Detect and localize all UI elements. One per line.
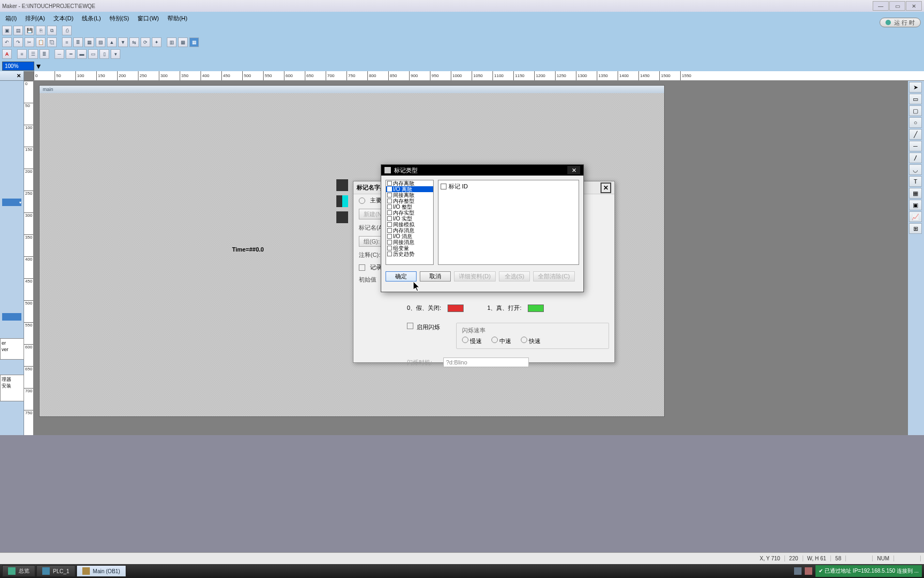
menu-window[interactable]: 窗口(W) bbox=[134, 13, 162, 24]
properties-main-radio[interactable] bbox=[359, 197, 365, 204]
tag-type-item[interactable]: ✓I/O 离散 bbox=[386, 186, 433, 192]
tool-ellipse-icon[interactable]: ○ bbox=[909, 117, 922, 128]
tag-type-checkbox[interactable] bbox=[387, 246, 392, 250]
tag-type-checkbox[interactable] bbox=[387, 228, 392, 233]
toolbar-print-icon[interactable]: ⎙ bbox=[62, 26, 72, 35]
toolbar-extra1-icon[interactable]: ▥ bbox=[167, 37, 176, 47]
tray-icon-2[interactable] bbox=[805, 567, 812, 575]
tool-polyline-icon[interactable]: 〳 bbox=[909, 153, 922, 163]
tag-type-item[interactable]: I/O 消息 bbox=[386, 233, 433, 239]
menu-special[interactable]: 特别(S) bbox=[106, 13, 133, 24]
window-maximize-button[interactable]: ▭ bbox=[889, 1, 905, 11]
window-close-button[interactable]: ✕ bbox=[906, 1, 922, 11]
toolbar-front-icon[interactable]: ▲ bbox=[107, 37, 117, 47]
tag-type-dialog-close-button[interactable]: ✕ bbox=[567, 166, 580, 174]
tag-type-checkbox[interactable] bbox=[387, 252, 392, 256]
blink-fast-radio[interactable] bbox=[521, 337, 527, 343]
tag-type-item[interactable]: 内存整型 bbox=[386, 198, 433, 204]
toolbar-undo-icon[interactable]: ↶ bbox=[2, 37, 12, 47]
tool-line-icon[interactable]: ╱ bbox=[909, 129, 922, 140]
tag-type-list[interactable]: 内存离散✓I/O 离散间接离散内存整型I/O 整型内存实型I/O 实型间接模拟内… bbox=[386, 180, 434, 265]
tool-arc-icon[interactable]: ◡ bbox=[909, 164, 922, 175]
runtime-button[interactable]: 运 行 时 bbox=[880, 18, 921, 27]
toolbar-rotate-icon[interactable]: ⟳ bbox=[141, 37, 150, 47]
ok-button[interactable]: 确定 bbox=[386, 271, 417, 282]
toolbar-flip-icon[interactable]: ⇋ bbox=[129, 37, 139, 47]
tag-type-checkbox[interactable] bbox=[387, 193, 392, 197]
tool-rect-icon[interactable]: ▭ bbox=[909, 94, 922, 104]
taskbar-item-plc1[interactable]: PLC_1 bbox=[36, 565, 75, 577]
tag-type-checkbox[interactable] bbox=[387, 240, 392, 245]
tag-type-checkbox[interactable] bbox=[387, 222, 392, 227]
toolbar-cut-icon[interactable]: ✂ bbox=[25, 37, 34, 47]
toolbar-align-right-icon[interactable]: ≣ bbox=[40, 49, 49, 59]
window-minimize-button[interactable]: — bbox=[873, 1, 889, 11]
tag-type-item[interactable]: 历史趋势 bbox=[386, 251, 433, 257]
properties-blink-checkbox[interactable] bbox=[407, 323, 413, 329]
menu-help[interactable]: 帮助(H) bbox=[164, 13, 190, 24]
tray-icon-1[interactable] bbox=[794, 567, 802, 575]
tag-type-item[interactable]: 内存实型 bbox=[386, 210, 433, 216]
left-dock-dropdown[interactable]: ▾ bbox=[2, 199, 21, 206]
tag-type-item[interactable]: 间接模拟 bbox=[386, 222, 433, 227]
tool-text-icon[interactable]: T bbox=[909, 176, 922, 187]
left-dock-dropdown-2[interactable] bbox=[2, 313, 21, 321]
tag-type-checkbox[interactable] bbox=[387, 216, 392, 221]
toolbar-align2-icon[interactable]: ≣ bbox=[73, 37, 83, 47]
menu-text[interactable]: 文本(D) bbox=[50, 13, 76, 24]
taskbar-item-main[interactable]: Main (OB1) bbox=[76, 565, 126, 577]
toolbar-redo-icon[interactable]: ↷ bbox=[13, 37, 23, 47]
menu-box[interactable]: 箱(I) bbox=[2, 13, 20, 24]
tag-type-checkbox[interactable] bbox=[387, 204, 392, 209]
tag-type-checkbox[interactable]: ✓ bbox=[387, 187, 392, 192]
cancel-button[interactable]: 取消 bbox=[420, 271, 451, 282]
tag-type-item[interactable]: 间接消息 bbox=[386, 239, 433, 245]
toolbar-extra2-icon[interactable]: ▩ bbox=[178, 37, 188, 47]
menu-arrange[interactable]: 排列(A) bbox=[22, 13, 48, 24]
toolbar-extra3-icon[interactable]: ▦ bbox=[189, 37, 199, 47]
toolbar-save-icon[interactable]: 💾 bbox=[25, 26, 34, 35]
tag-type-item[interactable]: 组变量 bbox=[386, 245, 433, 251]
shape-object-3[interactable] bbox=[336, 211, 348, 223]
toolbar-line4-icon[interactable]: ▭ bbox=[88, 49, 98, 59]
properties-close-button[interactable]: ✕ bbox=[600, 182, 611, 193]
shape-object-2[interactable] bbox=[336, 195, 348, 207]
tool-bitmap-icon[interactable]: ▦ bbox=[909, 188, 922, 199]
toolbar-align-center-icon[interactable]: ☰ bbox=[28, 49, 38, 59]
tool-roundrect-icon[interactable]: ▢ bbox=[909, 105, 922, 116]
toolbar-new-icon[interactable]: ▣ bbox=[2, 26, 12, 35]
taskbar-item-overview[interactable]: 总览 bbox=[2, 565, 35, 577]
toolbar-line5-icon[interactable]: ▯ bbox=[99, 49, 109, 59]
tag-type-item[interactable]: I/O 实型 bbox=[386, 216, 433, 222]
toolbar-paste-icon[interactable]: 📋 bbox=[36, 37, 45, 47]
menu-line[interactable]: 线条(L) bbox=[79, 13, 104, 24]
tool-trend-icon[interactable]: 📈 bbox=[909, 211, 922, 222]
tag-type-item[interactable]: I/O 整型 bbox=[386, 204, 433, 210]
toolbar-copy-icon[interactable]: ⧉ bbox=[47, 26, 57, 35]
properties-log-checkbox[interactable] bbox=[359, 264, 365, 271]
tag-type-dialog-titlebar[interactable]: 标记类型 ✕ bbox=[381, 165, 583, 176]
tool-grid-icon[interactable]: ⊞ bbox=[909, 223, 922, 234]
tag-type-item[interactable]: 间接离散 bbox=[386, 192, 433, 198]
toolbar-group-icon[interactable]: ▦ bbox=[84, 37, 94, 47]
tag-type-item[interactable]: 内存离散 bbox=[386, 180, 433, 186]
toolbar-dropdown-icon[interactable]: ▾ bbox=[111, 49, 120, 59]
toolbar-line1-icon[interactable]: ─ bbox=[55, 49, 64, 59]
tool-pointer-icon[interactable]: ➤ bbox=[909, 82, 922, 93]
properties-true-color-swatch[interactable] bbox=[528, 305, 544, 312]
toolbar-wizard-icon[interactable]: ✦ bbox=[152, 37, 161, 47]
toolbar-open-icon[interactable]: ▤ bbox=[13, 26, 23, 35]
toolbar-saveall-icon[interactable]: ⎘ bbox=[36, 26, 45, 35]
toolbar-font-icon[interactable]: A bbox=[2, 49, 12, 59]
tag-type-checkbox[interactable] bbox=[387, 199, 392, 203]
tool-button-icon[interactable]: ▣ bbox=[909, 200, 922, 210]
toolbar-dup-icon[interactable]: ⿻ bbox=[47, 37, 57, 47]
left-dock-close-icon[interactable]: ✕ bbox=[15, 72, 22, 80]
zoom-input[interactable] bbox=[2, 62, 34, 71]
properties-false-color-swatch[interactable] bbox=[448, 305, 464, 312]
tag-type-item[interactable]: 内存消息 bbox=[386, 227, 433, 233]
blink-slow-radio[interactable] bbox=[462, 337, 468, 343]
toolbar-align-icon[interactable]: ≡ bbox=[62, 37, 72, 47]
toolbar-align-left-icon[interactable]: ≡ bbox=[17, 49, 27, 59]
tag-id-checkbox[interactable] bbox=[441, 184, 446, 189]
